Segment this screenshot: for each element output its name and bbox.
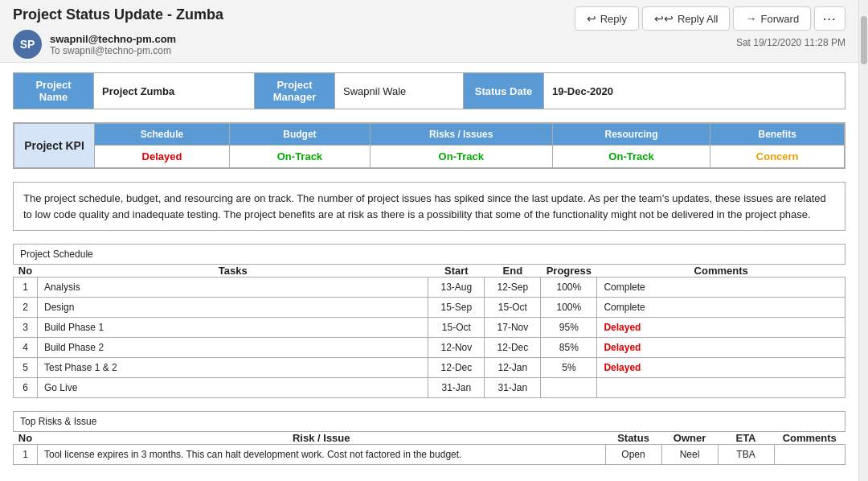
risks-status: Open [605, 445, 661, 465]
more-button[interactable]: ··· [814, 6, 845, 31]
risks-col-no: No [14, 432, 38, 445]
email-date: Sat 19/12/2020 11:28 PM [736, 37, 845, 48]
sched-no: 1 [14, 278, 38, 298]
status-date-value: 19-Dec-2020 [544, 73, 845, 109]
sched-progress: 5% [541, 358, 597, 378]
email-body: Project Name Project Zumba Project Manag… [0, 63, 858, 481]
schedule-row: 5 Test Phase 1 & 2 12-Dec 12-Jan 5% Dela… [14, 358, 845, 378]
sched-task: Build Phase 2 [38, 338, 428, 358]
sched-comment: Complete [597, 298, 845, 318]
kpi-header-budget: Budget [230, 124, 371, 146]
sched-start: 12-Nov [428, 338, 485, 358]
sched-task: Test Phase 1 & 2 [38, 358, 428, 378]
risks-title: Top Risks & Issue [14, 412, 845, 432]
project-info-table: Project Name Project Zumba Project Manag… [13, 72, 845, 109]
risks-issue: Tool license expires in 3 months. This c… [38, 445, 606, 465]
sched-no: 6 [14, 378, 38, 398]
risks-eta: TBA [718, 445, 774, 465]
risks-col-eta: ETA [718, 432, 774, 445]
sched-end: 12-Sep [485, 278, 541, 298]
schedule-col-progress: Progress [541, 265, 597, 278]
schedule-col-tasks: Tasks [38, 265, 428, 278]
sched-task: Analysis [38, 278, 428, 298]
kpi-value-schedule: Delayed [95, 146, 230, 168]
reply-all-button[interactable]: ↩↩ Reply All [642, 6, 731, 31]
sched-end: 17-Nov [485, 318, 541, 338]
reply-all-icon: ↩↩ [654, 12, 674, 25]
reply-button[interactable]: ↩ Reply [575, 6, 639, 31]
schedule-row: 6 Go Live 31-Jan 31-Jan [14, 378, 845, 398]
schedule-table: Project Schedule No Tasks Start End Prog… [13, 244, 845, 398]
project-name-header: Project Name [14, 73, 94, 109]
sched-task: Design [38, 298, 428, 318]
sched-end: 12-Dec [485, 338, 541, 358]
kpi-value-budget: On-Track [230, 146, 371, 168]
sched-end: 15-Oct [485, 298, 541, 318]
sched-end: 31-Jan [485, 378, 541, 398]
sched-start: 15-Oct [428, 318, 485, 338]
schedule-row: 1 Analysis 13-Aug 12-Sep 100% Complete [14, 278, 845, 298]
sched-progress: 100% [541, 298, 597, 318]
risks-col-comments: Comments [774, 432, 845, 445]
scrollbar[interactable] [858, 0, 868, 481]
sender-email: swapnil@techno-pm.com [50, 33, 176, 45]
sched-progress: 85% [541, 338, 597, 358]
email-header: Project Status Update - Zumba SP swapnil… [0, 0, 858, 63]
risks-col-issue: Risk / Issue [38, 432, 606, 445]
kpi-section: Project KPI Schedule Budget Risks / Issu… [13, 122, 845, 169]
kpi-header-benefits: Benefits [710, 124, 845, 146]
schedule-col-comments: Comments [597, 265, 845, 278]
sched-no: 2 [14, 298, 38, 318]
sched-progress [541, 378, 597, 398]
forward-button[interactable]: → Forward [733, 6, 811, 31]
risks-col-owner: Owner [661, 432, 718, 445]
sched-comment [597, 378, 845, 398]
scrollbar-thumb[interactable] [861, 16, 867, 64]
risks-no: 1 [14, 445, 38, 465]
project-manager-value: Swapnil Wale [335, 73, 464, 109]
sched-start: 12-Dec [428, 358, 485, 378]
sched-end: 12-Jan [485, 358, 541, 378]
sched-progress: 95% [541, 318, 597, 338]
sched-start: 15-Sep [428, 298, 485, 318]
risks-owner: Neel [661, 445, 718, 465]
risks-table: Top Risks & Issue No Risk / Issue Status… [13, 411, 845, 465]
sched-comment: Delayed [597, 318, 845, 338]
recipient-line: To swapnil@techno-pm.com [50, 45, 176, 56]
kpi-header-schedule: Schedule [95, 124, 230, 146]
sched-task: Build Phase 1 [38, 318, 428, 338]
risks-col-status: Status [605, 432, 661, 445]
sched-no: 5 [14, 358, 38, 378]
forward-icon: → [745, 12, 756, 25]
kpi-value-risks: On-Track [370, 146, 552, 168]
schedule-row: 4 Build Phase 2 12-Nov 12-Dec 85% Delaye… [14, 338, 845, 358]
schedule-col-no: No [14, 265, 38, 278]
kpi-header-resourcing: Resourcing [552, 124, 710, 146]
sched-task: Go Live [38, 378, 428, 398]
project-name-value: Project Zumba [94, 73, 255, 109]
sched-no: 4 [14, 338, 38, 358]
schedule-row: 2 Design 15-Sep 15-Oct 100% Complete [14, 298, 845, 318]
avatar: SP [13, 30, 42, 59]
kpi-header-risks: Risks / Issues [370, 124, 552, 146]
sched-comment: Delayed [597, 338, 845, 358]
schedule-title: Project Schedule [14, 245, 845, 265]
sched-progress: 100% [541, 278, 597, 298]
sched-start: 13-Aug [428, 278, 485, 298]
email-title: Project Status Update - Zumba [13, 6, 223, 23]
kpi-label: Project KPI [14, 124, 95, 168]
schedule-col-end: End [485, 265, 541, 278]
risks-row: 1 Tool license expires in 3 months. This… [14, 445, 845, 465]
kpi-value-resourcing: On-Track [552, 146, 710, 168]
project-description: The project schedule, budget, and resour… [13, 182, 845, 231]
kpi-value-benefits: Concern [710, 146, 845, 168]
kpi-table: Project KPI Schedule Budget Risks / Issu… [14, 123, 845, 168]
project-manager-header: Project Manager [255, 73, 335, 109]
risks-comment [774, 445, 845, 465]
reply-icon: ↩ [587, 12, 596, 25]
sched-start: 31-Jan [428, 378, 485, 398]
sched-comment: Complete [597, 278, 845, 298]
sched-comment: Delayed [597, 358, 845, 378]
status-date-header: Status Date [464, 73, 544, 109]
sched-no: 3 [14, 318, 38, 338]
